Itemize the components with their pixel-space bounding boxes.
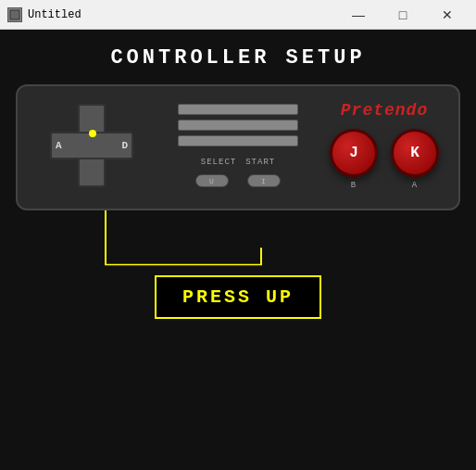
ss-buttons: U I: [195, 174, 281, 187]
controller-right: Pretendo J K B A: [329, 101, 440, 190]
select-button-area: U: [195, 174, 229, 187]
titlebar: Untitled — □ ✕: [0, 0, 476, 30]
controller: A D SELECT START: [16, 84, 460, 210]
app-icon: [7, 7, 22, 22]
select-start-row: SELECT START: [201, 158, 275, 167]
dpad-left-label: A: [56, 140, 62, 151]
dpad-dot: [89, 130, 96, 137]
maximize-button[interactable]: □: [382, 2, 424, 28]
svg-rect-0: [10, 10, 19, 19]
start-key-label: I: [261, 177, 267, 185]
brand-label: Pretendo: [341, 101, 428, 120]
select-key-label: U: [209, 177, 215, 185]
cart-slots: [178, 104, 298, 146]
dpad-right-label: D: [121, 140, 128, 151]
start-label: START: [245, 158, 275, 167]
btn-b-sublabel: B: [330, 181, 378, 190]
cart-slot-1: [178, 104, 298, 115]
press-prompt-text: PRESS UP: [182, 286, 294, 308]
btn-b[interactable]: J: [330, 129, 378, 177]
btn-a-sublabel: A: [391, 181, 439, 190]
controller-left: A D: [36, 104, 147, 187]
titlebar-controls: — □ ✕: [337, 2, 469, 28]
press-prompt: PRESS UP: [155, 275, 321, 319]
select-label: SELECT: [201, 158, 236, 167]
action-btn-labels: B A: [330, 181, 439, 190]
titlebar-left: Untitled: [7, 7, 81, 22]
minimize-button[interactable]: —: [337, 2, 380, 28]
start-button[interactable]: I: [247, 174, 281, 187]
main-content: CONTROLLER SETUP A D: [0, 30, 476, 470]
page-title: CONTROLLER SETUP: [110, 46, 365, 70]
select-button[interactable]: U: [195, 174, 229, 187]
cart-slot-3: [178, 135, 298, 146]
controller-middle: SELECT START U I: [147, 104, 329, 187]
window-title: Untitled: [28, 8, 81, 21]
cart-slot-2: [178, 120, 298, 131]
bottom-area: PRESS UP: [16, 210, 460, 319]
action-buttons: J K: [330, 129, 439, 177]
start-button-area: I: [247, 174, 281, 187]
controller-section: A D SELECT START: [16, 84, 460, 319]
pretendo-area: Pretendo: [341, 101, 428, 120]
btn-a[interactable]: K: [391, 129, 439, 177]
dpad: A D: [50, 104, 133, 187]
close-button[interactable]: ✕: [426, 2, 469, 28]
